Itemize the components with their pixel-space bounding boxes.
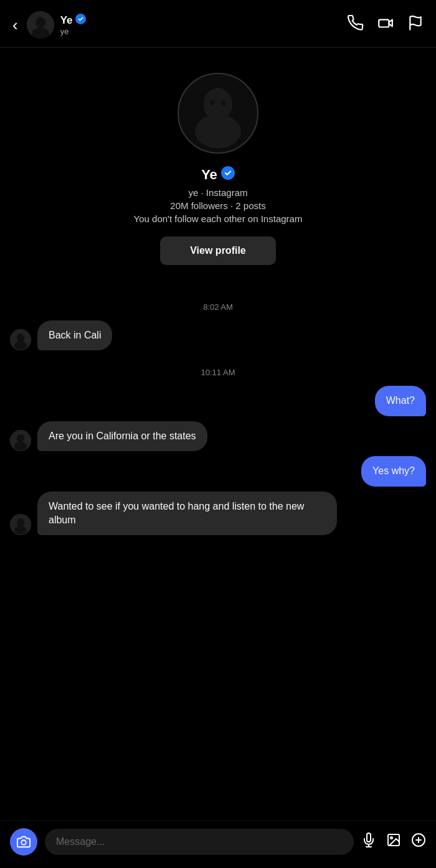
svg-point-17	[14, 442, 27, 450]
svg-point-1	[36, 17, 45, 28]
profile-name: Ye	[201, 166, 235, 184]
svg-point-20	[14, 526, 27, 534]
timestamp-1: 8:02 AM	[10, 302, 426, 312]
timestamp-2: 10:11 AM	[10, 368, 426, 377]
message-bubble: Yes why?	[361, 456, 426, 486]
back-button[interactable]: ‹	[12, 16, 18, 35]
svg-point-13	[17, 334, 24, 342]
header-name-text: Ye	[60, 14, 73, 27]
video-icon[interactable]	[377, 15, 394, 35]
profile-section: Ye ye · Instagram 20M followers · 2 post…	[0, 48, 436, 284]
svg-point-9	[210, 100, 215, 106]
message-row: What?	[10, 386, 426, 416]
chat-area: 8:02 AM Back in Cali 10:11 AM What? Are …	[0, 284, 436, 550]
svg-rect-4	[379, 20, 389, 27]
message-bubble: Back in Cali	[37, 320, 112, 350]
add-icon[interactable]	[411, 833, 426, 851]
flag-icon[interactable]	[407, 15, 424, 35]
message-row: Yes why?	[10, 456, 426, 486]
verified-badge-header	[75, 14, 86, 27]
svg-point-14	[14, 341, 27, 350]
svg-point-8	[195, 114, 241, 148]
svg-point-21	[21, 840, 26, 844]
header-username: ye	[60, 27, 348, 36]
profile-info-line1: ye · Instagram	[188, 187, 247, 198]
profile-name-text: Ye	[201, 167, 217, 183]
mic-icon[interactable]	[361, 833, 376, 851]
sender-avatar-1	[10, 329, 31, 350]
sender-avatar-2	[10, 430, 31, 451]
message-row: Wanted to see if you wanted to hang and …	[10, 492, 426, 536]
svg-point-16	[17, 434, 24, 443]
message-input-placeholder: Message...	[56, 836, 343, 847]
svg-point-25	[391, 837, 392, 839]
input-action-icons	[361, 833, 426, 851]
svg-point-19	[17, 518, 24, 527]
phone-icon[interactable]	[348, 15, 364, 35]
svg-point-10	[221, 100, 226, 106]
verified-badge-profile	[221, 166, 235, 184]
message-row: Are you in California or the states	[10, 421, 426, 451]
image-icon[interactable]	[386, 833, 401, 851]
profile-avatar-large	[178, 73, 258, 154]
header-action-icons	[348, 15, 424, 35]
profile-info-line2: 20M followers · 2 posts	[170, 200, 265, 211]
chat-header: ‹ Ye ye	[0, 0, 436, 48]
header-avatar	[27, 11, 54, 39]
view-profile-button[interactable]: View profile	[160, 236, 276, 265]
message-bubble: What?	[375, 386, 426, 416]
header-name: Ye	[60, 14, 348, 27]
message-bubble: Are you in California or the states	[37, 421, 207, 451]
input-bar: Message...	[0, 820, 436, 868]
profile-follow-status: You don't follow each other on Instagram	[134, 213, 303, 224]
message-row: Back in Cali	[10, 320, 426, 350]
camera-button[interactable]	[10, 828, 37, 856]
header-name-block: Ye ye	[60, 14, 348, 36]
message-input-wrap[interactable]: Message...	[45, 829, 354, 855]
message-bubble: Wanted to see if you wanted to hang and …	[37, 492, 337, 536]
sender-avatar-3	[10, 514, 31, 535]
